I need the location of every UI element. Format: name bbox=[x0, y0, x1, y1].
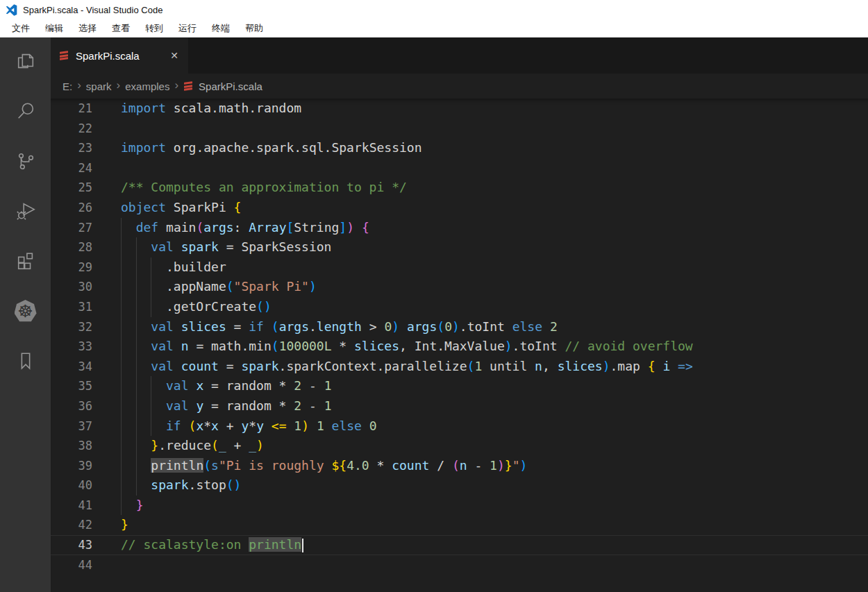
code-line[interactable]: 25/** Computes an approximation to pi */ bbox=[51, 178, 868, 198]
line-number[interactable]: 41 bbox=[51, 496, 92, 516]
code-line[interactable]: 41 } bbox=[51, 496, 868, 516]
code-line[interactable]: 42} bbox=[51, 515, 868, 535]
code-line-text: val n = math.min(100000L * slices, Int.M… bbox=[121, 337, 693, 357]
line-number[interactable]: 29 bbox=[51, 257, 92, 278]
line-number[interactable]: 28 bbox=[51, 237, 92, 257]
line-number[interactable]: 32 bbox=[51, 317, 92, 337]
code-editor[interactable]: 21import scala.math.random2223import org… bbox=[51, 99, 868, 592]
code-line[interactable]: 28 val spark = SparkSession bbox=[51, 237, 868, 257]
line-number[interactable]: 22 bbox=[51, 119, 92, 139]
code-line-text: } bbox=[121, 496, 144, 516]
chevron-right-icon: › bbox=[174, 78, 178, 92]
line-number[interactable]: 44 bbox=[51, 555, 92, 575]
code-line[interactable]: 38 }.reduce(_ + _) bbox=[51, 436, 868, 456]
code-line[interactable]: 35 val x = random * 2 - 1 bbox=[51, 376, 868, 396]
code-line[interactable]: 37 if (x*x + y*y <= 1) 1 else 0 bbox=[51, 416, 868, 437]
menu-item-2[interactable]: 选择 bbox=[71, 22, 104, 35]
breadcrumb-item[interactable]: E: bbox=[62, 81, 72, 92]
code-line[interactable]: 34 val count = spark.sparkContext.parall… bbox=[51, 357, 868, 377]
code-line-text: .appName("Spark Pi") bbox=[121, 277, 317, 297]
code-line[interactable]: 29 .builder bbox=[51, 257, 868, 278]
code-line-text: println(s"Pi is roughly ${4.0 * count / … bbox=[121, 456, 527, 476]
explorer-icon[interactable] bbox=[15, 50, 37, 72]
code-lines: 21import scala.math.random2223import org… bbox=[51, 99, 868, 575]
scala-file-icon bbox=[183, 81, 194, 92]
code-line-text: // scalastyle:on println bbox=[121, 535, 303, 555]
line-number[interactable]: 23 bbox=[51, 138, 92, 158]
line-number[interactable]: 36 bbox=[51, 396, 92, 416]
code-line-text: import org.apache.spark.sql.SparkSession bbox=[121, 138, 422, 158]
code-line-text: val slices = if (args.length > 0) args(0… bbox=[121, 317, 558, 337]
menu-item-1[interactable]: 编辑 bbox=[37, 22, 71, 35]
code-line-text: }.reduce(_ + _) bbox=[121, 436, 264, 456]
menu-item-0[interactable]: 文件 bbox=[4, 22, 37, 35]
activity-bar: ☸ bbox=[0, 37, 51, 592]
tab-sparkpi-scala[interactable]: SparkPi.scala ✕ bbox=[51, 37, 188, 74]
line-number[interactable]: 39 bbox=[51, 456, 92, 476]
run-debug-icon[interactable] bbox=[15, 200, 37, 222]
line-number[interactable]: 37 bbox=[51, 416, 92, 437]
code-line[interactable]: 27 def main(args: Array[String]) { bbox=[51, 218, 868, 238]
code-line-text: object SparkPi { bbox=[121, 198, 241, 218]
line-number[interactable]: 27 bbox=[51, 218, 92, 238]
menu-item-6[interactable]: 终端 bbox=[204, 22, 237, 35]
code-line-text: val x = random * 2 - 1 bbox=[121, 376, 331, 396]
breadcrumb-file[interactable]: SparkPi.scala bbox=[199, 81, 262, 92]
breadcrumb-item[interactable]: examples bbox=[125, 81, 169, 92]
code-line[interactable]: 23import org.apache.spark.sql.SparkSessi… bbox=[51, 138, 868, 158]
line-number[interactable]: 26 bbox=[51, 198, 92, 218]
breadcrumb: E:›spark›examples›SparkPi.scala bbox=[51, 74, 868, 99]
extensions-icon[interactable] bbox=[15, 250, 37, 272]
line-number[interactable]: 43 bbox=[51, 535, 92, 555]
menu-item-3[interactable]: 查看 bbox=[104, 22, 137, 35]
code-line[interactable]: 31 .getOrCreate() bbox=[51, 297, 868, 317]
line-number[interactable]: 33 bbox=[51, 337, 92, 357]
code-line[interactable]: 30 .appName("Spark Pi") bbox=[51, 277, 868, 297]
tab-label: SparkPi.scala bbox=[76, 50, 140, 62]
code-line[interactable]: 36 val y = random * 2 - 1 bbox=[51, 396, 868, 416]
menu-item-5[interactable]: 运行 bbox=[171, 22, 204, 35]
code-line-text: val count = spark.sparkContext.paralleli… bbox=[121, 357, 693, 377]
chevron-right-icon: › bbox=[117, 78, 121, 92]
code-line[interactable]: 32 val slices = if (args.length > 0) arg… bbox=[51, 317, 868, 337]
code-line-text: .builder bbox=[121, 257, 226, 278]
kubernetes-icon[interactable]: ☸ bbox=[15, 300, 37, 322]
line-number[interactable]: 21 bbox=[51, 99, 92, 119]
line-number[interactable]: 35 bbox=[51, 376, 92, 396]
breadcrumb-item[interactable]: spark bbox=[86, 81, 112, 92]
code-line[interactable]: 40 spark.stop() bbox=[51, 475, 868, 496]
line-number[interactable]: 42 bbox=[51, 515, 92, 535]
vscode-logo-icon bbox=[6, 4, 17, 16]
code-line-text: spark.stop() bbox=[121, 475, 241, 496]
chevron-right-icon: › bbox=[77, 78, 81, 92]
editor-group: SparkPi.scala ✕ E:›spark›examples›SparkP… bbox=[51, 37, 868, 592]
window-title: SparkPi.scala - Visual Studio Code bbox=[23, 5, 162, 15]
menu-item-4[interactable]: 转到 bbox=[137, 22, 171, 35]
code-line-text: if (x*x + y*y <= 1) 1 else 0 bbox=[121, 416, 377, 437]
line-number[interactable]: 31 bbox=[51, 297, 92, 317]
source-control-icon[interactable] bbox=[15, 150, 37, 172]
code-line[interactable]: 44 bbox=[51, 555, 868, 575]
code-line[interactable]: 43// scalastyle:on println bbox=[51, 535, 868, 555]
code-line[interactable]: 24 bbox=[51, 158, 868, 178]
scala-file-icon bbox=[59, 51, 69, 61]
line-number[interactable]: 24 bbox=[51, 158, 92, 178]
line-number[interactable]: 40 bbox=[51, 475, 92, 496]
code-line-text: def main(args: Array[String]) { bbox=[121, 218, 369, 238]
code-line-text: val spark = SparkSession bbox=[121, 237, 331, 257]
code-line[interactable]: 26object SparkPi { bbox=[51, 198, 868, 218]
line-number[interactable]: 30 bbox=[51, 277, 92, 297]
line-number[interactable]: 25 bbox=[51, 178, 92, 198]
code-line[interactable]: 22 bbox=[51, 119, 868, 139]
code-line-text: .getOrCreate() bbox=[121, 297, 272, 317]
line-number[interactable]: 34 bbox=[51, 357, 92, 377]
line-number[interactable]: 38 bbox=[51, 436, 92, 456]
code-line-text: import scala.math.random bbox=[121, 99, 301, 119]
code-line[interactable]: 39 println(s"Pi is roughly ${4.0 * count… bbox=[51, 456, 868, 476]
bookmarks-icon[interactable] bbox=[15, 350, 37, 372]
code-line[interactable]: 21import scala.math.random bbox=[51, 99, 868, 119]
tab-close-icon[interactable]: ✕ bbox=[169, 49, 180, 62]
menu-item-7[interactable]: 帮助 bbox=[237, 22, 271, 35]
code-line[interactable]: 33 val n = math.min(100000L * slices, In… bbox=[51, 337, 868, 357]
search-icon[interactable] bbox=[15, 100, 37, 122]
